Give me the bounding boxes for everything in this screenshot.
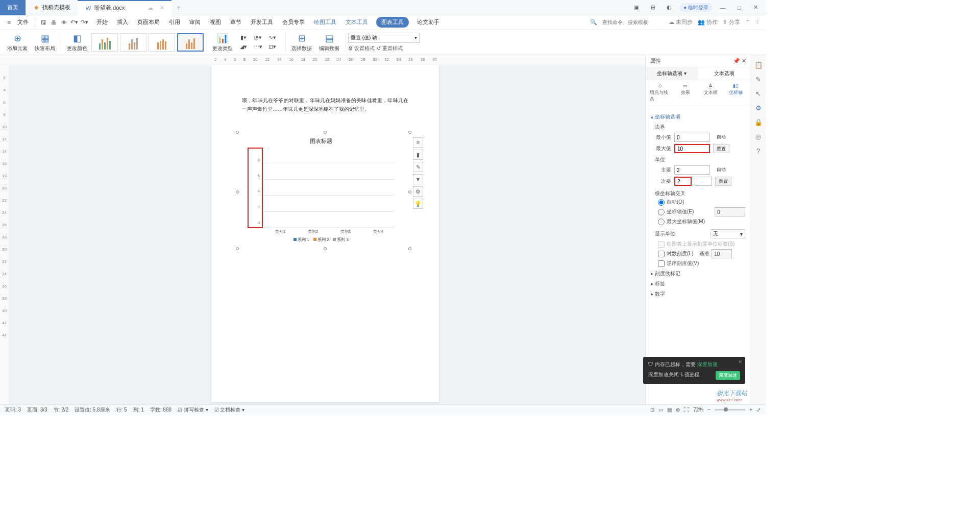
help-icon[interactable]: ?: [754, 146, 763, 155]
style-icon[interactable]: ✎: [754, 75, 763, 84]
menu-layout[interactable]: 页面布局: [136, 17, 161, 28]
menu-chapter[interactable]: 章节: [229, 17, 242, 28]
menu-review[interactable]: 审阅: [188, 17, 202, 28]
style-thumb-4[interactable]: [177, 33, 204, 52]
expand-icon[interactable]: ⤢: [756, 407, 761, 413]
area-icon[interactable]: ◢▾: [237, 43, 250, 51]
toast-action-button[interactable]: 深度加速: [716, 371, 740, 380]
layout-icon[interactable]: ▣: [630, 2, 643, 14]
theme-icon[interactable]: ◐: [663, 2, 675, 14]
tab-text-options[interactable]: 文本选项: [698, 67, 751, 80]
add-element-button[interactable]: ⊕添加元素: [4, 33, 31, 52]
change-color-button[interactable]: ◧更改颜色: [64, 33, 90, 52]
edit-data-button[interactable]: ▤编辑数据: [316, 33, 342, 52]
view-mode-1[interactable]: ⊡: [650, 407, 654, 413]
check-reverse[interactable]: 逆序刻度值(V): [658, 260, 745, 267]
menu-ref[interactable]: 引用: [168, 17, 181, 28]
menu-file[interactable]: 文件: [15, 18, 31, 26]
lock-icon[interactable]: 🔒: [754, 117, 763, 127]
hamburger-icon[interactable]: ≡: [5, 17, 13, 28]
style-thumb-3[interactable]: [149, 33, 175, 52]
major-input[interactable]: [674, 165, 710, 175]
pie-icon[interactable]: ◔▾: [251, 34, 264, 42]
pin-icon[interactable]: 📌: [733, 58, 740, 64]
max-input[interactable]: [674, 144, 710, 153]
section-axis-options[interactable]: ▴ 坐标轴选项: [651, 113, 745, 120]
apps-icon[interactable]: ⊞: [647, 2, 659, 14]
target-icon[interactable]: ◎: [754, 132, 763, 141]
minor-input-2[interactable]: [695, 177, 712, 186]
redo-icon[interactable]: ↷▾: [80, 17, 88, 28]
select-data-button[interactable]: ⊞选择数据: [288, 33, 315, 52]
line-icon[interactable]: ∿▾: [265, 34, 279, 42]
new-tab-button[interactable]: +: [172, 4, 186, 12]
menu-insert[interactable]: 插入: [116, 17, 129, 28]
search-input[interactable]: [602, 19, 664, 25]
effects-icon[interactable]: ▭效果: [675, 83, 696, 103]
save-icon[interactable]: 🖫: [39, 17, 47, 28]
disp-unit-select[interactable]: 无▾: [710, 229, 745, 238]
zoom-slider[interactable]: [715, 409, 745, 411]
undo-icon[interactable]: ↶▾: [70, 17, 78, 28]
close-icon[interactable]: ✕: [742, 58, 746, 64]
close-button[interactable]: ✕: [749, 2, 762, 14]
bar-icon[interactable]: ▮▾: [237, 34, 250, 42]
stock-icon[interactable]: ⊡▾: [265, 43, 279, 51]
toast-link[interactable]: 深度加速: [697, 361, 718, 367]
style-thumb-1[interactable]: [91, 33, 118, 52]
spellcheck-toggle[interactable]: ☑ 拼写检查 ▾: [178, 406, 208, 414]
reset-minor-button[interactable]: 重置: [715, 177, 731, 186]
preview-icon[interactable]: 👁: [60, 17, 68, 28]
check-log[interactable]: 对数刻度(L)基准: [658, 249, 745, 258]
radio-axisval[interactable]: 坐标轴值(E): [658, 207, 745, 216]
status-words[interactable]: 字数: 888: [150, 406, 172, 414]
chart-title[interactable]: 图表标题: [248, 137, 395, 145]
reset-max-button[interactable]: 重置: [713, 144, 729, 153]
style-thumb-2[interactable]: [120, 33, 146, 52]
quick-layout-button[interactable]: ▦快速布局: [32, 33, 58, 52]
settings-icon[interactable]: ⚙: [754, 103, 763, 112]
reset-style-icon[interactable]: ↺ 重置样式: [377, 45, 403, 52]
format-icon[interactable]: ⚙ 设置格式: [348, 45, 375, 52]
zoom-out-icon[interactable]: −: [707, 407, 710, 413]
min-input[interactable]: [674, 133, 710, 142]
tab-close-icon[interactable]: ✕: [160, 5, 164, 11]
more-icon[interactable]: ⋮: [755, 19, 761, 26]
tab-home[interactable]: 首页: [0, 0, 26, 15]
axis-icon[interactable]: ▮▯坐标轴: [725, 83, 746, 103]
chart-styles-gallery[interactable]: [91, 33, 204, 52]
section-tick[interactable]: ▸ 刻度线标记: [651, 270, 745, 277]
tab-axis-options[interactable]: 坐标轴选项 ▾: [646, 67, 698, 80]
menu-chart[interactable]: 图表工具: [376, 17, 409, 28]
print-icon[interactable]: 🖶: [50, 17, 58, 28]
minor-input[interactable]: [674, 177, 692, 186]
change-type-button[interactable]: 📊更改类型: [209, 33, 236, 52]
radio-auto[interactable]: 自动(O): [658, 199, 745, 206]
scatter-icon[interactable]: ⋯▾: [251, 43, 264, 51]
login-button[interactable]: ● 临时登录: [679, 3, 713, 12]
section-number[interactable]: ▸ 数字: [651, 291, 745, 298]
tab-templates[interactable]: ◆找稻壳模板: [26, 0, 78, 15]
status-page[interactable]: 页面: 3/3: [27, 406, 47, 414]
doccheck-toggle[interactable]: ☑ 文档检查 ▾: [214, 406, 245, 414]
textbox-icon[interactable]: A̲文本框: [700, 83, 721, 103]
clipboard-icon[interactable]: 📋: [754, 60, 763, 69]
menu-vip[interactable]: 会员专享: [281, 17, 306, 28]
y-axis-highlight[interactable]: 02468: [248, 148, 263, 228]
menu-paper[interactable]: 论文助手: [416, 17, 440, 28]
select-icon[interactable]: ↖: [754, 89, 763, 98]
view-mode-2[interactable]: ▭: [658, 407, 663, 413]
status-pagenum[interactable]: 页码: 3: [5, 406, 21, 414]
radio-maxval[interactable]: 最大坐标轴值(M): [658, 218, 745, 225]
fit-icon[interactable]: ⛶: [684, 407, 689, 413]
zoom-value[interactable]: 72%: [693, 407, 703, 413]
chart-object[interactable]: 图表标题 02468 类别1类别2类别3类别4 系列 1系列 2系列 3 ≡▮✎…: [237, 132, 410, 249]
fill-line-icon[interactable]: ◇填充与线条: [650, 83, 671, 103]
collapse-icon[interactable]: ⌃: [745, 19, 750, 26]
maximize-button[interactable]: □: [733, 2, 745, 14]
axis-selector[interactable]: 垂直 (值) 轴▾: [348, 33, 420, 43]
view-mode-3[interactable]: ▤: [667, 407, 672, 413]
menu-text[interactable]: 文本工具: [345, 17, 369, 28]
menu-view[interactable]: 视图: [209, 17, 222, 28]
view-mode-4[interactable]: ⊕: [676, 407, 680, 413]
